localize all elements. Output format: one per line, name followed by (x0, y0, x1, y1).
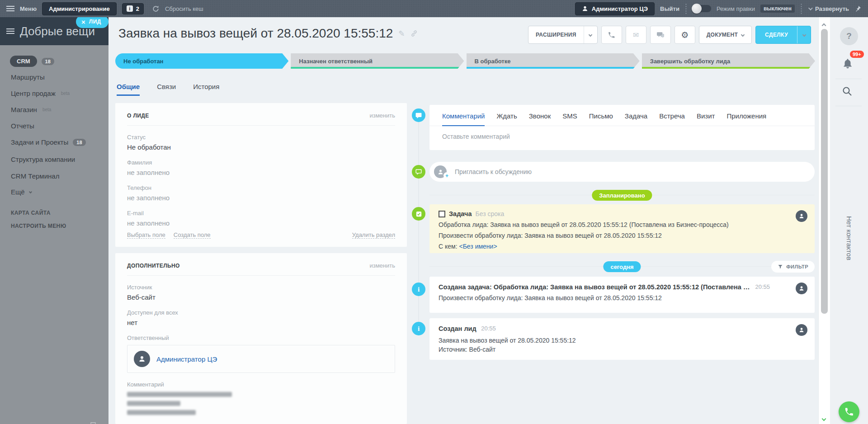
administration-button[interactable]: Администрирование (42, 2, 117, 15)
task-link[interactable]: Обработка лида: Заявка на вывоз вещей от… (439, 221, 806, 228)
stage-in-progress[interactable]: В обработке (467, 53, 640, 69)
history-link[interactable]: Произвести обработку лида: Заявка на выв… (439, 294, 806, 302)
comment-input[interactable]: Оставьте комментарий (429, 126, 815, 148)
create-deal-button[interactable]: СДЕЛКУ (755, 26, 811, 44)
user-icon (582, 5, 588, 12)
tl-tab-apps[interactable]: Приложения (726, 112, 766, 126)
menu-hamburger-icon[interactable] (6, 6, 14, 11)
email-button[interactable]: ✉ (626, 26, 646, 44)
call-button[interactable] (601, 26, 622, 44)
pin-icon[interactable] (854, 5, 862, 12)
sidebar-hamburger-icon[interactable] (6, 28, 14, 34)
sidebar-item-reports[interactable]: Отчеты (11, 122, 34, 130)
edit-mode-toggle[interactable] (693, 5, 711, 12)
field-value-status[interactable]: Не обработан (127, 143, 395, 151)
sidebar-item-crm-terminal[interactable]: CRM Терминал (11, 172, 59, 180)
sidebar-item-shop[interactable]: Магазинbeta (11, 106, 51, 113)
edit-title-icon[interactable]: ✎ (398, 29, 405, 38)
info-count: 2 (136, 5, 139, 12)
extensions-button[interactable]: РАСШИРЕНИЯ (528, 26, 598, 44)
expand-control[interactable]: Развернуть (808, 5, 849, 12)
avatar (796, 324, 807, 336)
chat-button[interactable] (650, 26, 671, 44)
chevron-down-icon (741, 33, 745, 37)
section-title: О ЛИДЕ (127, 113, 149, 119)
printer-icon[interactable] (89, 422, 98, 424)
chevron-down-icon (808, 6, 813, 10)
field-value-source[interactable]: Веб-сайт (127, 293, 395, 301)
tab-history[interactable]: История (193, 83, 219, 96)
notifications-badge[interactable]: 99+ (850, 51, 864, 58)
field-value-email[interactable]: не заполнено (127, 219, 395, 227)
call-action-button[interactable] (839, 401, 859, 422)
logout-link[interactable]: Выйти (660, 5, 679, 12)
task-title[interactable]: Задача (449, 210, 472, 217)
tl-tab-sms[interactable]: SMS (562, 112, 577, 126)
scrollbar[interactable] (818, 17, 830, 424)
avatar (134, 351, 150, 367)
tl-tab-wait[interactable]: Ждать (496, 112, 517, 126)
settings-button[interactable]: ⚙ (675, 26, 695, 44)
edit-section-link[interactable]: изменить (369, 262, 395, 269)
invite-to-discussion-input[interactable]: + Пригласить к обсуждению (429, 162, 815, 182)
menu-label[interactable]: Меню (20, 5, 37, 12)
create-field-link[interactable]: Создать поле (174, 231, 211, 239)
reset-cache-label[interactable]: Сбросить кеш (165, 5, 203, 12)
configure-menu-link[interactable]: НАСТРОИТЬ МЕНЮ (11, 223, 66, 229)
select-field-link[interactable]: Выбрать поле (127, 231, 165, 239)
scrollbar-thumb[interactable] (821, 29, 828, 314)
field-value-phone[interactable]: не заполнено (127, 194, 395, 202)
tl-tab-task[interactable]: Задача (625, 112, 647, 126)
field-label: Ответственный (127, 334, 395, 341)
filter-button[interactable]: ФИЛЬТР (771, 261, 815, 273)
divider (835, 106, 862, 106)
search-icon[interactable] (842, 86, 853, 97)
field-value-lastname[interactable]: не заполнено (127, 169, 395, 176)
tl-tab-call[interactable]: Звонок (529, 112, 551, 126)
gear-icon: ⚙ (681, 30, 689, 40)
scroll-down-arrow[interactable] (822, 414, 826, 422)
topbar: Меню Администрирование i 2 Сбросить кеш … (0, 0, 868, 17)
notifications-counter-button[interactable]: i 2 (122, 3, 144, 14)
sidebar-item-crm[interactable]: CRM 18 (10, 56, 54, 67)
stage-finish-processing[interactable]: Завершить обработку лида (642, 53, 815, 69)
tab-links[interactable]: Связи (157, 83, 176, 96)
tl-tab-meeting[interactable]: Встреча (659, 112, 685, 126)
help-button[interactable]: ? (840, 27, 858, 45)
delete-section-link[interactable]: Удалить раздел (352, 231, 395, 239)
sidebar-item-company-structure[interactable]: Структура компании (11, 155, 75, 163)
stage-not-processed[interactable]: Не обработан (115, 53, 288, 69)
with-whom-link[interactable]: <Без имени> (459, 243, 497, 250)
copy-link-icon[interactable] (410, 30, 418, 37)
sidebar-item-routes[interactable]: Маршруты (11, 73, 45, 81)
tab-general[interactable]: Общие (117, 83, 140, 96)
beta-tag: beta (42, 107, 51, 112)
blurred-text-line (127, 392, 232, 397)
responsible-user-link[interactable]: Администратор ЦЭ (156, 355, 217, 363)
refresh-icon[interactable] (152, 5, 160, 13)
right-rail: ? 99+ Нет контактов (830, 17, 868, 424)
scroll-up-arrow[interactable] (822, 21, 826, 29)
lead-slider-badge[interactable]: × лид (76, 15, 108, 28)
beta-tag: beta (61, 91, 70, 96)
timeline-connector (418, 118, 419, 331)
tl-tab-letter[interactable]: Письмо (589, 112, 613, 126)
chevron-down-icon (589, 33, 592, 37)
sidebar-item-more[interactable]: Ещё (11, 188, 32, 196)
tl-tab-visit[interactable]: Визит (697, 112, 715, 126)
responsible-user-box[interactable]: Администратор ЦЭ (127, 345, 395, 373)
bell-icon[interactable] (842, 58, 854, 70)
field-value-available[interactable]: нет (127, 319, 395, 326)
task-checkbox[interactable] (439, 211, 445, 217)
edit-section-link[interactable]: изменить (369, 112, 395, 119)
tl-tab-comment[interactable]: Комментарий (442, 112, 485, 126)
current-user-button[interactable]: Администратор ЦЭ (575, 2, 655, 15)
document-button[interactable]: ДОКУМЕНТ (699, 26, 752, 44)
sidebar-item-sales-center[interactable]: Центр продажbeta (11, 90, 70, 97)
stage-responsible-assigned[interactable]: Назначен ответственный (291, 53, 464, 69)
sidebar-item-tasks[interactable]: Задачи и Проекты 18 (11, 138, 86, 146)
sitemap-link[interactable]: КАРТА САЙТА (11, 210, 51, 216)
phone-icon (608, 31, 615, 39)
close-icon[interactable]: × (81, 19, 85, 25)
field-label: Фамилия (127, 159, 395, 166)
